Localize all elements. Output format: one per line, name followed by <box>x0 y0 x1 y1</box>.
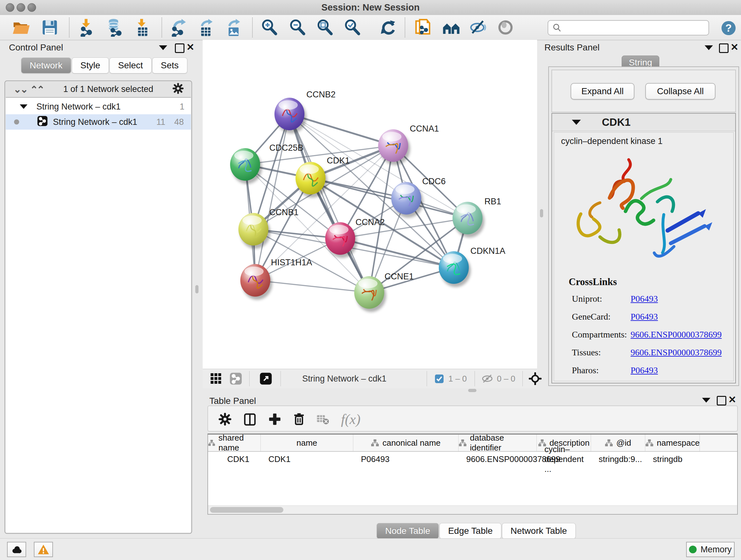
table-cell[interactable]: cyclin–dependent ... <box>537 452 591 466</box>
crosslink-link[interactable]: 9606.ENSP00000378699 <box>630 348 722 358</box>
add-column-icon[interactable] <box>266 411 283 428</box>
section-collapse-icon[interactable] <box>572 120 581 125</box>
column-label: shared name <box>219 434 260 453</box>
results-panel-float-icon[interactable] <box>719 44 729 53</box>
protein-section-header[interactable]: CDK1 <box>552 114 735 131</box>
network-node-ccna1[interactable]: CCNA1 <box>378 124 439 165</box>
results-panel-close-icon[interactable]: ✕ <box>731 44 738 51</box>
delete-table-icon[interactable] <box>314 411 331 428</box>
zoom-selected-icon[interactable] <box>341 17 364 38</box>
table-panel-menu-icon[interactable] <box>702 398 711 402</box>
control-panel-tab[interactable]: Sets <box>152 57 187 73</box>
results-panel-menu-icon[interactable] <box>704 45 713 50</box>
edge-count: 48 <box>174 117 184 127</box>
help-icon[interactable]: ? <box>721 20 737 37</box>
table-column-header[interactable]: namespace <box>645 435 700 451</box>
network-graph[interactable]: CCNB2CCNA1CDC25BCDK1CDC6RB1CCNB1CCNA2CDK… <box>203 40 537 369</box>
crosslink-link[interactable]: P06493 <box>630 294 658 304</box>
table-cell[interactable]: stringdb <box>645 452 683 466</box>
cloud-button[interactable] <box>7 542 26 557</box>
network-collection-row[interactable]: String Network – cdk1 1 <box>6 99 191 114</box>
control-panel-float-icon[interactable] <box>175 44 185 53</box>
table-row[interactable]: CDK1CDK1P064939606.ENSP00000378699cyclin… <box>208 452 737 466</box>
control-panel-close-icon[interactable]: ✕ <box>186 44 194 51</box>
crosslink-link[interactable]: P06493 <box>630 312 658 322</box>
bottom-splitter-handle[interactable] <box>468 389 476 392</box>
network-node-hist1h1a[interactable]: HIST1H1A <box>240 258 312 300</box>
table-tab[interactable]: Node Table <box>377 523 439 539</box>
pan-crosshair-icon[interactable] <box>529 372 542 386</box>
zoom-out-icon[interactable] <box>286 17 309 38</box>
tree-expand-icon[interactable] <box>20 105 27 109</box>
expand-all-button[interactable]: Expand All <box>570 83 634 100</box>
delete-column-icon[interactable] <box>290 411 308 428</box>
table-column-header[interactable]: @id <box>591 435 645 451</box>
left-splitter-handle[interactable] <box>195 285 199 294</box>
show-columns-icon[interactable] <box>241 411 259 428</box>
network-row-selected[interactable]: String Network – cdk1 11 48 <box>6 114 191 130</box>
network-node-ccne1[interactable]: CCNE1 <box>354 272 414 312</box>
right-splitter-handle[interactable] <box>540 209 543 217</box>
network-options-gear-icon[interactable] <box>172 82 185 96</box>
zoom-fit-icon[interactable] <box>313 17 336 38</box>
table-column-header[interactable]: name <box>261 435 353 451</box>
table-panel-float-icon[interactable] <box>717 396 726 406</box>
collapse-all-networks-icon[interactable]: ⌄⌄ <box>13 84 27 95</box>
import-network-database-icon[interactable] <box>103 17 126 38</box>
save-session-icon[interactable] <box>38 17 61 38</box>
protein-name: CDK1 <box>602 116 630 128</box>
memory-button[interactable]: Memory <box>686 542 735 557</box>
network-node-ccnb2[interactable]: CCNB2 <box>274 90 336 133</box>
table-tab[interactable]: Network Table <box>502 523 576 539</box>
table-cell[interactable]: CDK1 <box>208 452 261 466</box>
import-table-icon[interactable] <box>131 17 154 38</box>
table-settings-gear-icon[interactable] <box>216 411 233 428</box>
control-panel-tab[interactable]: Select <box>110 57 151 73</box>
collapse-all-button[interactable]: Collapse All <box>645 83 716 100</box>
show-all-icon[interactable] <box>494 17 517 38</box>
function-builder-icon[interactable]: f(x) <box>336 411 365 428</box>
network-node-rb1[interactable]: RB1 <box>453 197 501 238</box>
network-node-cdc25b[interactable]: CDC25B <box>230 143 304 184</box>
network-node-cdkn1a[interactable]: CDKN1A <box>439 246 506 287</box>
selected-nodes-checkbox[interactable] <box>435 374 444 383</box>
import-network-file-icon[interactable] <box>75 17 98 38</box>
node-label: CDKN1A <box>470 246 506 256</box>
expand-all-networks-icon[interactable]: ⌄⌄ <box>31 84 45 95</box>
open-session-icon[interactable] <box>10 17 32 38</box>
network-node-cdc6[interactable]: CDC6 <box>391 177 446 218</box>
zoom-in-icon[interactable] <box>258 17 281 38</box>
table-cell[interactable]: 9606.ENSP00000378699 <box>459 452 537 466</box>
hide-selection-icon[interactable] <box>467 17 489 38</box>
table-horizontal-scrollbar[interactable] <box>208 505 737 514</box>
grid-view-icon[interactable] <box>210 373 222 386</box>
export-table-icon[interactable] <box>195 17 218 38</box>
scrollbar-thumb[interactable] <box>210 507 283 513</box>
new-network-from-selection-icon[interactable] <box>412 17 434 38</box>
network-share-icon[interactable] <box>229 372 242 386</box>
table-cell[interactable]: CDK1 <box>261 452 353 466</box>
table-column-header[interactable]: database identifier <box>459 435 537 451</box>
node-label: CDC6 <box>422 177 446 186</box>
table-column-header[interactable]: canonical name <box>353 435 459 451</box>
results-buttons-box: Expand All Collapse All <box>551 70 736 112</box>
refresh-icon[interactable] <box>377 17 400 38</box>
control-panel-tab[interactable]: Style <box>72 57 109 73</box>
table-column-header[interactable]: shared name <box>208 435 261 451</box>
search-input[interactable] <box>562 23 709 33</box>
table-cell[interactable]: P06493 <box>353 452 459 466</box>
export-network-icon[interactable] <box>167 17 190 38</box>
birdseye-view-icon[interactable] <box>259 372 272 386</box>
crosslink-link[interactable]: 9606.ENSP00000378699 <box>630 329 722 340</box>
table-tab[interactable]: Edge Table <box>440 523 501 539</box>
table-cell[interactable]: stringdb:9... <box>591 452 645 466</box>
crosslink-link[interactable]: P06493 <box>630 365 658 375</box>
first-neighbors-icon[interactable] <box>440 17 463 38</box>
control-panel-tab[interactable]: Network <box>21 57 71 73</box>
warning-button[interactable] <box>34 542 53 557</box>
table-panel-close-icon[interactable]: ✕ <box>728 396 736 403</box>
control-panel-menu-icon[interactable] <box>159 45 167 50</box>
table-toolbar: f(x) <box>207 406 738 432</box>
export-image-icon[interactable] <box>222 17 245 38</box>
network-canvas[interactable]: CCNB2CCNA1CDC25BCDK1CDC6RB1CCNB1CCNA2CDK… <box>203 40 537 369</box>
